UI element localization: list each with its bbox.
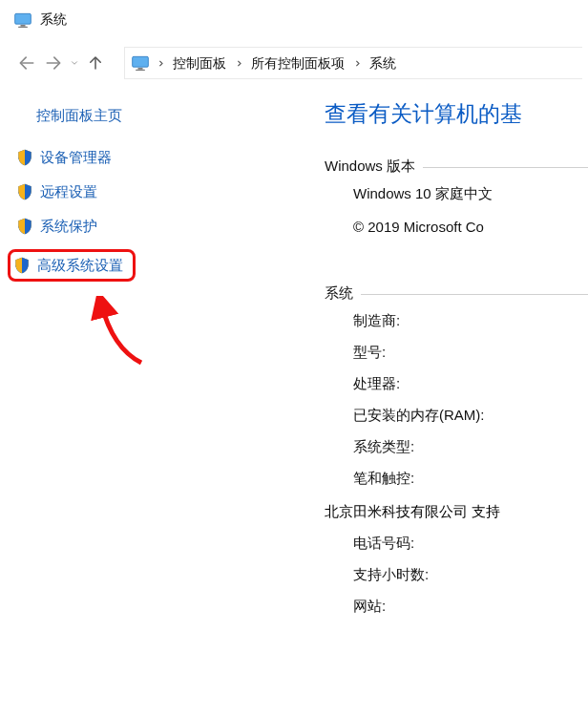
nav-row: 控制面板 所有控制面板项 系统 [0, 42, 588, 84]
sidebar-link-label: 远程设置 [40, 183, 97, 201]
computer-icon [131, 53, 150, 73]
field-processor: 处理器: [353, 375, 588, 393]
breadcrumb-item[interactable]: 控制面板 [167, 48, 232, 78]
window-title: 系统 [40, 11, 67, 29]
nav-recent-dropdown[interactable] [67, 50, 82, 76]
sidebar-link-label: 高级系统设置 [37, 257, 123, 275]
system-icon [13, 10, 32, 30]
field-pen-touch: 笔和触控: [353, 470, 588, 488]
title-bar: 系统 [0, 0, 588, 36]
shield-icon [15, 148, 34, 167]
sidebar: 控制面板主页 设备管理器 远程设置 系统保护 高级系统设置 [0, 99, 229, 629]
sidebar-link-system-protection[interactable]: 系统保护 [11, 215, 229, 238]
shield-icon [15, 182, 34, 201]
shield-icon [12, 256, 32, 275]
sidebar-link-advanced-settings[interactable]: 高级系统设置 [8, 249, 136, 282]
windows-copyright-line: © 2019 Microsoft Co [353, 219, 588, 235]
field-model: 型号: [353, 344, 588, 362]
breadcrumb-item[interactable]: 所有控制面板项 [245, 48, 350, 78]
field-website: 网站: [353, 598, 588, 616]
chevron-right-icon [350, 59, 364, 68]
breadcrumb-item[interactable]: 系统 [364, 48, 402, 78]
field-manufacturer: 制造商: [353, 312, 588, 330]
chevron-right-icon [154, 59, 167, 68]
field-phone: 电话号码: [353, 535, 588, 553]
sidebar-link-remote-settings[interactable]: 远程设置 [11, 180, 229, 203]
breadcrumb[interactable]: 控制面板 所有控制面板项 系统 [124, 47, 582, 79]
field-support-hours: 支持小时数: [353, 566, 588, 584]
field-system-type: 系统类型: [353, 438, 588, 456]
sidebar-link-label: 设备管理器 [40, 149, 112, 167]
support-heading: 北京田米科技有限公司 支持 [325, 503, 588, 521]
main-content: 查看有关计算机的基 Windows 版本 Windows 10 家庭中文 © 2… [229, 99, 588, 629]
group-windows-edition: Windows 版本 [325, 158, 415, 176]
nav-back-button[interactable] [13, 50, 40, 76]
nav-up-button[interactable] [82, 50, 109, 76]
nav-forward-button[interactable] [40, 50, 67, 76]
group-system: 系统 [325, 284, 353, 303]
sidebar-link-device-manager[interactable]: 设备管理器 [11, 146, 229, 169]
field-ram: 已安装的内存(RAM): [353, 407, 588, 425]
sidebar-home-link[interactable]: 控制面板主页 [36, 107, 229, 125]
page-heading: 查看有关计算机的基 [325, 99, 588, 129]
chevron-right-icon [232, 59, 245, 68]
sidebar-link-label: 系统保护 [40, 218, 97, 236]
windows-edition-line: Windows 10 家庭中文 [353, 185, 588, 203]
shield-icon [15, 217, 34, 236]
